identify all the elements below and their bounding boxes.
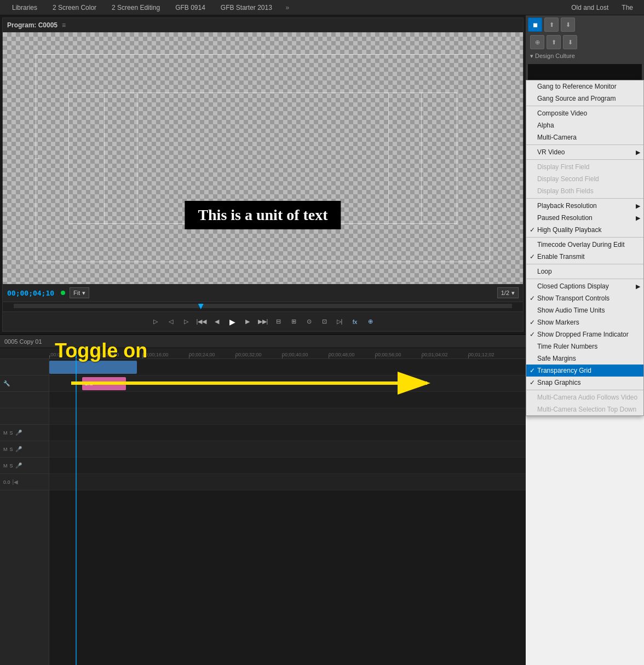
menu-item-playback-res[interactable]: Playback Resolution ▶ [526,200,643,212]
menu-item-loop[interactable]: Loop [526,265,643,277]
menu-item-label: Multi-Camera [537,134,577,141]
menu-item-label: Snap Graphics [537,379,580,386]
chevron-down-icon-ratio: ▾ [511,290,515,297]
tab-the[interactable]: The [615,0,640,15]
mark-in-btn[interactable]: ▷ [150,316,162,328]
menu-item-vr-video[interactable]: VR Video ▶ [526,146,643,158]
scrubber-bar[interactable] [3,302,523,311]
menu-separator-1 [526,106,643,106]
menu-item-gang-reference[interactable]: Gang to Reference Monitor [526,80,643,92]
overwrite-btn[interactable]: ⊞ [288,316,300,328]
menu-item-safe-margins[interactable]: Safe Margins [526,352,643,365]
transport-bar: ▷ ◁ ▷ |◀◀ ◀ ▶ ▶ ▶▶| ⊟ ⊞ ⊙ ⊡ ▷| fx ⊕ [3,311,523,331]
tab-old-and-lost[interactable]: Old and Lost [565,0,615,15]
clip-label: Gra [84,381,93,386]
track-content: Gra [49,359,526,665]
trim-btn[interactable]: ⊡ [318,316,330,328]
menu-item-label: Show Dropped Frame Indicator [537,331,629,338]
panel-icon-3[interactable]: ⊕ [530,35,544,49]
track-label-master: 0.0 |◀ [0,474,49,490]
crosshair-bottom [263,259,263,263]
tab-gfb0914[interactable]: GFB 0914 [168,0,213,15]
menu-item-timecode-overlay[interactable]: Timecode Overlay During Edit [526,239,643,251]
track-row-4 [49,408,526,425]
checkmark-icon-transport: ✓ [530,294,535,302]
menu-item-multicam[interactable]: Multi-Camera [526,131,643,143]
context-menu: Gang to Reference Monitor Gang Source an… [526,80,644,416]
left-panel: Program: C0005 ≡ This is a unit of text [0,15,526,665]
play-stop-btn[interactable]: ▶ [226,316,238,328]
menu-item-label: Transparency Grid [537,367,591,374]
fit-dropdown[interactable]: Fit ▾ [70,287,89,298]
step-back-btn[interactable]: |◀◀ [196,316,208,328]
timeline-ruler[interactable]: ;00:00 00;00;8;00 00;00;16;00 00;00;24;0… [0,348,526,359]
track-row-1 [49,359,526,375]
panel-icon-1[interactable]: ⬆ [544,18,559,32]
mic-icon-a3: 🎤 [15,462,22,469]
crosshair-left [34,158,39,159]
menu-item-label: Paused Resolution [537,214,593,222]
menu-separator-7 [526,279,643,279]
tab-bar: Libraries 2 Screen Color 2 Screen Editin… [0,0,644,15]
menu-item-multicam-selection: Multi-Camera Selection Top Down [526,403,643,415]
menu-item-transport-controls[interactable]: ✓ Show Transport Controls [526,292,643,304]
panel-icon-5[interactable]: ⬇ [563,35,577,49]
menu-item-hq-playback[interactable]: ✓ High Quality Playback [526,224,643,236]
add-marker-btn[interactable]: ⊕ [364,316,376,328]
menu-item-snap-graphics[interactable]: ✓ Snap Graphics [526,377,643,389]
insert-btn[interactable]: ⊟ [272,316,284,328]
menu-item-enable-transmit[interactable]: ✓ Enable Transmit [526,251,643,263]
track-label-v4 [0,408,49,425]
menu-item-transparency-grid[interactable]: ✓ Transparency Grid [526,365,643,377]
tab-2screen-editing[interactable]: 2 Screen Editing [104,0,168,15]
track-row-2: Gra [49,375,526,392]
menu-item-display-first: Display First Field [526,161,643,173]
menu-separator-5 [526,237,643,238]
menu-item-show-markers[interactable]: ✓ Show Markers [526,316,643,328]
tab-overflow-btn[interactable]: » [280,0,295,15]
menu-item-label: Loop [537,268,552,275]
track-label-v2: 🔧 [0,375,49,392]
menu-item-gang-source[interactable]: Gang Source and Program [526,92,643,105]
tab-gfb-starter[interactable]: GFB Starter 2013 [213,0,280,15]
menu-item-label: VR Video [537,148,565,156]
menu-item-label: Display Second Field [537,175,599,183]
safe-margin-right2 [388,92,389,224]
clip-block-pink[interactable]: Gra [82,377,126,390]
match-frame-btn[interactable]: ▷| [334,316,346,328]
menu-item-alpha[interactable]: Alpha [526,119,643,131]
back-one-frame-btn[interactable]: ◀ [211,316,223,328]
panel-icon-blue[interactable]: ◼ [528,18,542,32]
menu-item-audio-time-units[interactable]: Show Audio Time Units [526,304,643,316]
ratio-dropdown[interactable]: 1/2 ▾ [497,287,519,298]
menu-item-time-ruler[interactable]: Time Ruler Numbers [526,340,643,352]
step-forward-btn[interactable]: ▶▶| [257,316,269,328]
panel-icon-2[interactable]: ⬇ [561,18,575,32]
menu-item-paused-res[interactable]: Paused Resolution ▶ [526,212,643,224]
timecode-display[interactable]: 00;00;04;10 [7,289,56,297]
panel-icon-4[interactable]: ⬆ [547,35,561,49]
menu-separator-6 [526,264,643,264]
mark-out-btn[interactable]: ▷ [180,316,192,328]
track-label-a1: M S 🎤 [0,425,49,441]
track-row-a3 [49,458,526,474]
menu-item-dropped-frame[interactable]: ✓ Show Dropped Frame Indicator [526,328,643,340]
tab-2screen-color[interactable]: 2 Screen Color [45,0,104,15]
track-row-master [49,474,526,490]
menu-item-label: Display Both Fields [537,187,594,195]
export-frame-btn[interactable]: ⊙ [303,316,315,328]
video-text-overlay: This is a unit of text [185,201,341,229]
mark-point-btn[interactable]: ◁ [165,316,177,328]
monitor-menu-icon[interactable]: ≡ [62,21,66,29]
menu-item-composite[interactable]: Composite Video [526,107,643,119]
fx-btn[interactable]: fx [349,316,361,328]
safe-margin-left1 [104,92,105,224]
right-top-icons: ◼ ⬆ ⬇ [526,15,644,34]
menu-item-label: Show Audio Time Units [537,307,605,314]
menu-item-label: Display First Field [537,163,589,171]
design-culture-dropdown[interactable]: ▾ Design Culture [526,50,644,62]
menu-item-closed-captions[interactable]: Closed Captions Display ▶ [526,280,643,292]
clip-block-blue[interactable] [49,361,137,374]
tab-libraries[interactable]: Libraries [4,0,45,15]
forward-one-frame-btn[interactable]: ▶ [242,316,254,328]
